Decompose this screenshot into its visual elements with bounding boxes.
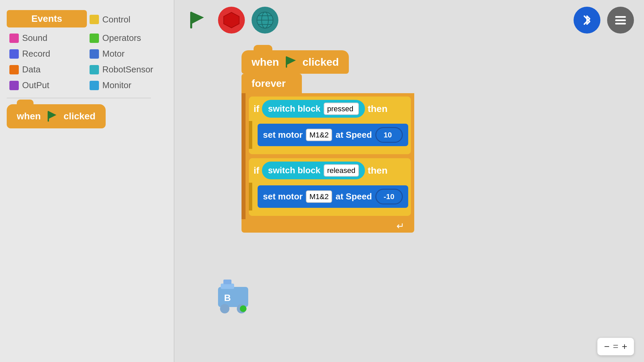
category-output[interactable]: OutPut	[7, 79, 87, 92]
toolbar	[174, 7, 644, 34]
sound-label: Sound	[22, 33, 47, 43]
robotsensor-label: RobotSensor	[102, 64, 153, 75]
trigger-when-text: when	[252, 56, 279, 68]
svg-rect-10	[615, 16, 626, 18]
forever-header: forever	[241, 74, 302, 93]
svg-rect-17	[223, 280, 231, 284]
if-block-released: if switch block pressed released then	[249, 158, 411, 216]
motor-select-1[interactable]: M1&2 M1 M2	[306, 129, 332, 141]
zoom-out-button[interactable]: −	[604, 341, 609, 352]
trigger-block[interactable]: when clicked	[241, 50, 349, 74]
forever-block: forever if switch block pressed released	[241, 74, 414, 233]
zoom-in-button[interactable]: +	[622, 341, 627, 352]
if-row-pressed: if switch block pressed released then	[249, 97, 411, 121]
state-select-2[interactable]: pressed released	[324, 164, 359, 177]
menu-button[interactable]	[607, 7, 634, 34]
operators-swatch	[90, 34, 99, 43]
set-motor-text-2: set motor	[263, 191, 303, 202]
svg-rect-16	[221, 284, 234, 289]
blocks-area: when clicked forever if	[195, 44, 637, 335]
svg-marker-13	[286, 56, 296, 65]
output-label: OutPut	[22, 80, 49, 90]
data-swatch	[9, 65, 19, 74]
switch-block-text-1: switch block	[268, 104, 320, 114]
state-select-1[interactable]: pressed released	[324, 103, 359, 115]
palette-clicked-text: clicked	[64, 111, 96, 122]
menu-icon	[613, 13, 628, 27]
category-control[interactable]: Control	[87, 10, 167, 29]
green-flag-button[interactable]	[184, 7, 211, 34]
if-body-2: set motor M1&2 M1 M2 at Speed 10	[249, 183, 411, 210]
if-footer-1	[249, 149, 411, 154]
record-label: Record	[22, 49, 50, 59]
trigger-block-container: when clicked forever if	[241, 50, 414, 233]
stop-icon	[223, 12, 240, 28]
monitor-label: Monitor	[102, 80, 131, 90]
category-sound[interactable]: Sound	[7, 32, 87, 45]
speed-badge-1: 10 20 -10	[375, 127, 403, 143]
if-label-2: if	[254, 165, 259, 176]
at-speed-text-1: at Speed	[335, 130, 372, 140]
bluetooth-icon	[580, 13, 594, 27]
record-swatch	[9, 49, 19, 59]
forever-body: if switch block pressed released then	[241, 93, 414, 219]
control-label: Control	[102, 14, 130, 25]
category-motor[interactable]: Motor	[87, 47, 167, 60]
if-body-1: set motor M1&2 M1 M2 at Speed 10	[249, 121, 411, 149]
palette-when-text: when	[17, 111, 41, 122]
trigger-clicked-text: clicked	[303, 56, 339, 68]
right-canvas: when clicked forever if	[174, 0, 644, 362]
palette-flag-icon	[46, 110, 59, 123]
motor-swatch	[90, 49, 99, 59]
svg-marker-4	[224, 12, 239, 28]
data-label: Data	[22, 64, 41, 75]
set-motor-row-2: set motor M1&2 M1 M2 at Speed 10	[258, 185, 408, 208]
category-robotsensor[interactable]: RobotSensor	[87, 63, 167, 76]
if-label-1: if	[254, 104, 259, 114]
category-data[interactable]: Data	[7, 63, 87, 76]
at-speed-text-2: at Speed	[335, 191, 372, 202]
category-operators[interactable]: Operators	[87, 32, 167, 45]
trigger-flag-icon	[284, 55, 298, 69]
set-motor-row-1: set motor M1&2 M1 M2 at Speed 10	[258, 124, 408, 146]
sound-swatch	[9, 34, 19, 43]
robot-icon: B	[215, 277, 258, 314]
switch-block-text-2: switch block	[268, 165, 320, 176]
operators-label: Operators	[102, 33, 141, 43]
toolbar-left	[184, 7, 278, 34]
svg-rect-15	[218, 287, 248, 307]
set-motor-text-1: set motor	[263, 130, 303, 140]
motor-select-2[interactable]: M1&2 M1 M2	[306, 190, 332, 203]
svg-marker-0	[48, 111, 56, 119]
events-button[interactable]: Events	[7, 10, 87, 27]
toolbar-right	[574, 7, 634, 34]
globe-button[interactable]	[252, 7, 278, 34]
svg-rect-12	[615, 23, 626, 24]
speed-select-2[interactable]: 10 20 -10	[381, 191, 397, 202]
svg-rect-3	[190, 12, 192, 28]
switch-block-pill-2: switch block pressed released	[262, 162, 365, 179]
divider	[7, 98, 151, 98]
forever-footer: ↵	[241, 219, 414, 233]
robotsensor-swatch	[90, 65, 99, 74]
speed-select-1[interactable]: 10 20 -10	[381, 129, 397, 140]
svg-rect-11	[615, 19, 626, 21]
svg-point-21	[240, 305, 247, 312]
monitor-swatch	[90, 81, 99, 90]
svg-text:B: B	[224, 293, 231, 303]
category-monitor[interactable]: Monitor	[87, 79, 167, 92]
switch-block-pill-1: switch block pressed released	[262, 100, 365, 118]
then-label-1: then	[368, 104, 387, 114]
if-row-released: if switch block pressed released then	[249, 158, 411, 183]
motor-label: Motor	[102, 49, 124, 59]
forever-label: forever	[252, 78, 286, 89]
stop-button[interactable]	[218, 7, 245, 34]
palette-when-clicked-block[interactable]: when clicked	[7, 104, 106, 128]
globe-icon	[256, 11, 274, 29]
svg-rect-14	[286, 56, 287, 68]
if-footer-2	[249, 210, 411, 216]
svg-point-19	[220, 304, 229, 313]
bluetooth-button[interactable]	[574, 7, 600, 34]
output-swatch	[9, 81, 19, 90]
category-record[interactable]: Record	[7, 47, 87, 60]
